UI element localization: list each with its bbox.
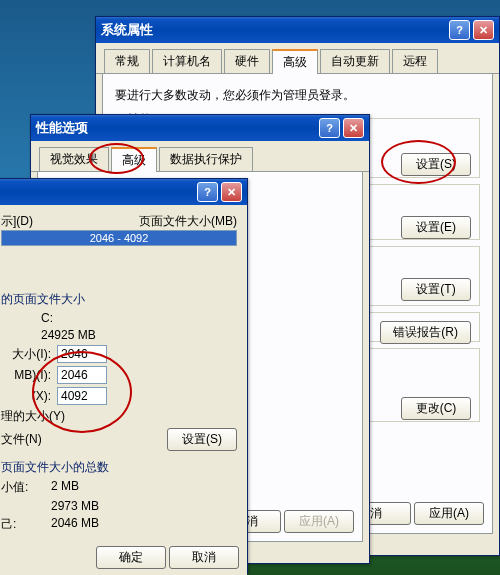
- custom-size-label: 大小(I):: [1, 346, 51, 363]
- tab-hardware[interactable]: 硬件: [224, 49, 270, 73]
- virtual-memory-window: ? ✕ 示](D) 页面文件大小(MB) 2046 - 4092 的页面文件大小…: [0, 178, 248, 574]
- set-button[interactable]: 设置(S): [167, 428, 237, 451]
- selected-drive-row[interactable]: 2046 - 4092: [2, 231, 236, 245]
- mb-label: MB)(I):: [1, 368, 51, 382]
- tabstrip: 视觉效果 高级 数据执行保护: [31, 141, 369, 172]
- tab-advanced[interactable]: 高级: [111, 147, 157, 172]
- available-space: 24925 MB: [1, 328, 237, 342]
- titlebar: 性能选项 ? ✕: [31, 115, 369, 141]
- apply-button[interactable]: 应用(A): [284, 510, 354, 533]
- paging-header: 页面文件大小(MB): [139, 213, 237, 230]
- apply-button[interactable]: 应用(A): [414, 502, 484, 525]
- mem-settings-button[interactable]: 设置(T): [401, 278, 471, 301]
- sched-settings-button[interactable]: 设置(E): [401, 216, 471, 239]
- cancel-button[interactable]: 取消: [169, 546, 239, 569]
- change-button[interactable]: 更改(C): [401, 397, 471, 420]
- ok-button[interactable]: 确定: [96, 546, 166, 569]
- min-label: 小值:: [1, 479, 51, 496]
- error-report-button[interactable]: 错误报告(R): [380, 321, 471, 344]
- tab-visual[interactable]: 视觉效果: [39, 147, 109, 171]
- tab-updates[interactable]: 自动更新: [320, 49, 390, 73]
- dialog-body: 示](D) 页面文件大小(MB) 2046 - 4092 的页面文件大小 C: …: [0, 205, 247, 575]
- help-icon[interactable]: ?: [319, 118, 340, 138]
- initial-size-input-2[interactable]: [57, 366, 107, 384]
- tab-advanced[interactable]: 高级: [272, 49, 318, 74]
- tab-general[interactable]: 常规: [104, 49, 150, 73]
- min-value: 2 MB: [51, 479, 79, 496]
- size-heading: 的页面文件大小: [1, 291, 237, 308]
- initial-size-input[interactable]: [57, 345, 107, 363]
- tabstrip: 常规 计算机名 硬件 高级 自动更新 远程: [96, 43, 499, 74]
- drive-label: C:: [1, 311, 237, 325]
- help-icon[interactable]: ?: [197, 182, 218, 202]
- system-managed-label: 理的大小(Y): [1, 408, 237, 425]
- recommended-value: 2973 MB: [51, 499, 99, 513]
- tab-computer-name[interactable]: 计算机名: [152, 49, 222, 73]
- close-icon[interactable]: ✕: [221, 182, 242, 202]
- current-label: 己:: [1, 516, 51, 533]
- current-value: 2046 MB: [51, 516, 99, 533]
- titlebar: 系统属性 ? ✕: [96, 17, 499, 43]
- no-paging-label: 文件(N): [1, 431, 167, 448]
- close-icon[interactable]: ✕: [343, 118, 364, 138]
- titlebar: ? ✕: [0, 179, 247, 205]
- max-size-input[interactable]: [57, 387, 107, 405]
- drive-header: 示](D): [1, 213, 139, 230]
- help-icon[interactable]: ?: [449, 20, 470, 40]
- close-icon[interactable]: ✕: [473, 20, 494, 40]
- drive-listbox[interactable]: 2046 - 4092: [1, 230, 237, 246]
- perf-settings-button[interactable]: 设置(S): [401, 153, 471, 176]
- window-title: 系统属性: [101, 21, 446, 39]
- totals-heading: 页面文件大小的总数: [1, 459, 237, 476]
- max-label: (X):: [1, 389, 51, 403]
- tab-remote[interactable]: 远程: [392, 49, 438, 73]
- tab-dep[interactable]: 数据执行保护: [159, 147, 253, 171]
- admin-note: 要进行大多数改动，您必须作为管理员登录。: [115, 87, 480, 104]
- window-title: 性能选项: [36, 119, 316, 137]
